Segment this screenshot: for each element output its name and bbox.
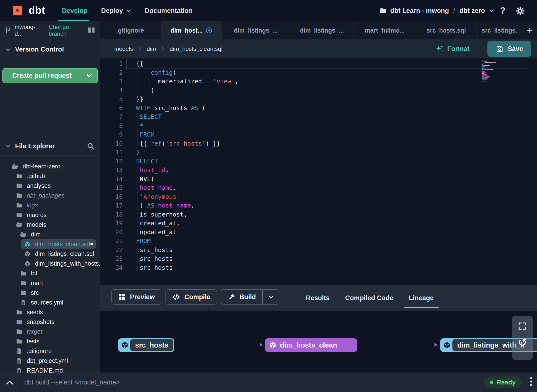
pull-request-menu-button[interactable] (81, 69, 97, 83)
tree-item-dim[interactable]: dim (0, 229, 100, 239)
code-line: {{ (136, 59, 481, 68)
build-options-button[interactable] (263, 294, 280, 300)
refresh-icon[interactable]: ↺ (512, 336, 533, 349)
tree-item-models[interactable]: models (0, 220, 100, 229)
tree-item-dim-listings-clean-sql[interactable]: dim_listings_clean.sql (0, 249, 100, 259)
preview-button[interactable]: Preview (111, 289, 161, 305)
git-branch-icon (4, 27, 12, 34)
tree-item-target[interactable]: target (0, 327, 100, 336)
editor-scrollbar-track[interactable] (533, 58, 533, 285)
tab--gitignore[interactable]: .gitignore (100, 21, 161, 39)
indent-guide (138, 113, 138, 148)
line-numbers: 123456789101112131415161718192021222324 (100, 59, 123, 272)
nav-item-documentation[interactable]: Documentation (145, 7, 193, 15)
folder-icon (16, 328, 22, 335)
code-editor[interactable]: 123456789101112131415161718192021222324 … (100, 58, 537, 285)
tree-item-src[interactable]: src (0, 288, 100, 297)
file-tree: dbt-learn-zero.githubanalysesdbt_package… (0, 156, 100, 373)
folder-icon (20, 280, 26, 286)
tree-item-tests[interactable]: tests (0, 336, 100, 346)
tree-item-dbt-packages[interactable]: dbt_packages (0, 191, 100, 200)
folder-icon (16, 319, 22, 325)
kebab-menu[interactable] (530, 377, 532, 386)
folder-open-icon (20, 231, 26, 238)
fullscreen-icon[interactable] (518, 321, 527, 331)
panel-tab-compiled-code[interactable]: Compiled Code (344, 294, 394, 302)
bottom-panel-header: PreviewCompileBuild ResultsCompiled Code… (100, 285, 537, 311)
panel-tab-results[interactable]: Results (305, 294, 331, 302)
tab-src-hosts-sql[interactable]: src_hosts.sql (416, 21, 477, 39)
lineage-controls: ↺ (512, 316, 533, 360)
model-icon (24, 260, 31, 267)
chevron-up-icon[interactable] (5, 379, 14, 386)
command-input[interactable]: dbt build --select <model_name> (24, 373, 120, 392)
tree-item-mart[interactable]: mart (0, 278, 100, 288)
tree-item-dbt-learn-zero[interactable]: dbt-learn-zero (0, 161, 100, 171)
tree-item-seeds[interactable]: seeds (0, 307, 100, 317)
save-label: Save (508, 45, 523, 53)
folder-open-icon (16, 221, 22, 228)
create-pull-request-button[interactable]: Create pull request (2, 68, 98, 83)
tree-item-sources-yml[interactable]: sources.yml (0, 297, 100, 307)
tree-item-readme-md[interactable]: README.md (0, 366, 100, 373)
tab-src-listings-[interactable]: src_listings. (477, 21, 522, 39)
code-line: updated_at (136, 228, 481, 237)
tree-item--gitignore[interactable]: .gitignore (0, 346, 100, 356)
lineage-node-src-hosts[interactable]: src_hosts (118, 338, 174, 352)
chevron-down-icon (5, 143, 11, 149)
version-control-header[interactable]: Version Control (0, 39, 100, 60)
tree-item-macros[interactable]: macros (0, 210, 100, 220)
tree-item-logs[interactable]: logs (0, 200, 100, 210)
tab-dim-listings-[interactable]: dim_listings_... (290, 21, 354, 39)
tree-item-dbt-project-yml[interactable]: dbt_project.yml (0, 356, 100, 366)
tree-item-dim-hosts-clean-sql[interactable]: dim_hosts_clean.sql (0, 239, 100, 249)
code-line: host_name, (136, 183, 481, 192)
tab-dim-host-[interactable]: dim_host... (161, 21, 222, 39)
build-button[interactable]: Build (221, 289, 280, 305)
help-button[interactable]: ? (500, 0, 505, 21)
new-tab-button[interactable]: + (522, 21, 537, 39)
folder-icon (380, 7, 387, 14)
nav-item-develop[interactable]: Develop (62, 7, 87, 15)
tab-dim-listings-[interactable]: dim_listings_... (222, 21, 290, 39)
lineage-node-dim-hosts-clean[interactable]: dim_hosts_clean (265, 338, 357, 352)
project-separator: / (453, 7, 455, 15)
code-icon (172, 293, 181, 301)
divider (17, 373, 17, 392)
breadcrumb: modelsdimdim_hosts_clean.sql (114, 39, 223, 58)
chevron-down-icon (488, 8, 495, 14)
code-line: NVL( (136, 175, 481, 184)
code-line: config( (136, 68, 481, 77)
nav-item-deploy[interactable]: Deploy (101, 7, 131, 15)
minimap[interactable] (482, 60, 497, 84)
tree-item-fct[interactable]: fct (0, 268, 100, 278)
compile-button[interactable]: Compile (165, 289, 217, 305)
model-icon (24, 251, 31, 257)
settings-button[interactable] (516, 6, 525, 16)
folder-icon (16, 212, 22, 218)
tree-item-analyses[interactable]: analyses (0, 181, 100, 191)
node-label: src_hosts (130, 339, 173, 351)
save-button[interactable]: Save (487, 41, 531, 57)
project-switcher[interactable]: dbt Learn - mwong / dbt zero (380, 0, 495, 21)
code-line: is_superhost, (136, 210, 481, 219)
panel-tab-lineage[interactable]: Lineage (408, 294, 435, 302)
search-icon[interactable] (87, 142, 95, 150)
change-branch-link[interactable]: Change branch (49, 24, 87, 37)
panel-tabs: ResultsCompiled CodeLineage (305, 285, 435, 311)
docs-book-icon[interactable] (87, 26, 96, 34)
tree-item--github[interactable]: .github (0, 171, 100, 181)
brand-text: dbt (29, 5, 45, 16)
editor-tabbar: .gitignoredim_host...dim_listings_...dim… (100, 21, 537, 39)
format-button[interactable]: Format (435, 39, 469, 58)
code-line: {{ ref('src_hosts') }} (136, 139, 481, 148)
action-buttons: PreviewCompileBuild (111, 289, 280, 305)
tree-item-dim-listings-with-hosts-[interactable]: dim_listings_with_hosts... (0, 259, 100, 268)
breadcrumb-item: dim_hosts_clean.sql (170, 45, 222, 52)
tree-item-snapshots[interactable]: snapshots (0, 317, 100, 327)
tab-mart-fullmo-[interactable]: mart_fullmo... (354, 21, 416, 39)
code-line: 'Anonymous' (136, 192, 481, 201)
model-cube-icon (269, 341, 277, 349)
file-explorer-header[interactable]: File Explorer (0, 137, 100, 156)
folder-open-icon (12, 163, 18, 170)
